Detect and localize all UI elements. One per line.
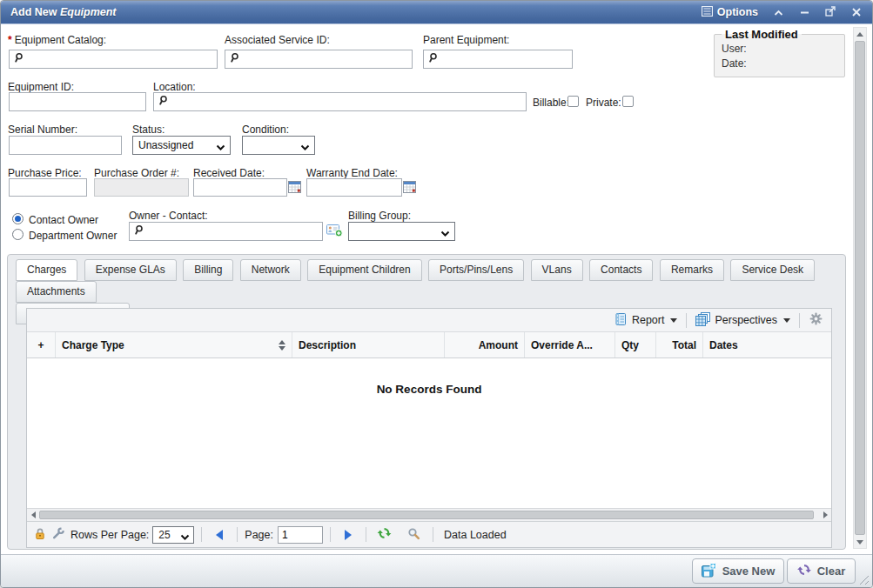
billable-checkbox[interactable] <box>567 96 579 107</box>
close-button[interactable] <box>850 6 863 18</box>
window-vertical-scrollbar[interactable] <box>853 27 867 549</box>
tab-ports-pins-lens[interactable]: Ports/Pins/Lens <box>428 259 524 281</box>
left-triangle-icon <box>31 511 36 518</box>
dialog-title: Add New Equipment <box>10 6 117 18</box>
equipment-catalog-input[interactable] <box>9 50 218 69</box>
customize-grid-button[interactable] <box>51 527 65 543</box>
condition-select[interactable] <box>242 136 315 155</box>
options-icon <box>702 6 713 19</box>
department-owner-radio[interactable] <box>12 229 24 240</box>
grid-body: No Records Found <box>27 358 831 508</box>
status-select[interactable]: Unassigned <box>132 136 231 155</box>
received-date-input[interactable] <box>193 178 287 197</box>
billing-group-select[interactable] <box>348 222 455 241</box>
popout-button[interactable] <box>824 6 836 18</box>
add-contact-button[interactable] <box>326 223 343 241</box>
private-checkbox[interactable] <box>622 96 634 107</box>
tab-strip-row1: Charges Expense GLAs Billing Network Equ… <box>8 255 845 303</box>
column-header-dates[interactable]: Dates <box>703 332 831 357</box>
tab-network[interactable]: Network <box>240 259 301 281</box>
titlebar: Add New Equipment Options <box>1 1 872 24</box>
customize-icon <box>51 527 65 543</box>
report-icon <box>614 312 628 329</box>
report-button[interactable]: Report <box>611 311 681 331</box>
save-new-label: Save New <box>722 565 776 578</box>
resize-grip[interactable] <box>857 573 869 585</box>
column-header-override-amount[interactable]: Override A... <box>525 332 615 357</box>
owner-contact-input[interactable] <box>129 222 323 241</box>
tab-vlans[interactable]: VLans <box>531 259 583 281</box>
sort-icon[interactable] <box>273 340 285 351</box>
last-modified-title: Last Modified <box>722 28 802 41</box>
serial-number-input[interactable] <box>9 136 122 155</box>
minimize-button[interactable] <box>798 6 810 18</box>
search-icon <box>13 51 24 67</box>
column-header-qty[interactable]: Qty <box>615 332 656 357</box>
parent-equipment-input[interactable] <box>423 50 573 69</box>
previous-page-button[interactable] <box>216 530 223 540</box>
tab-remarks[interactable]: Remarks <box>660 259 724 281</box>
chevron-down-icon <box>180 531 190 544</box>
options-button[interactable]: Options <box>702 6 758 19</box>
purchase-order-input <box>94 178 189 197</box>
pager-separator <box>433 527 433 542</box>
lock-columns-button[interactable] <box>34 527 46 543</box>
contact-owner-radio[interactable] <box>12 213 24 224</box>
column-header-amount[interactable]: Amount <box>445 332 525 357</box>
equipment-id-input[interactable] <box>9 92 146 111</box>
condition-label: Condition: <box>242 124 289 136</box>
pager-separator <box>201 527 202 542</box>
billing-group-label: Billing Group: <box>348 210 411 222</box>
up-triangle-icon <box>856 32 863 37</box>
required-marker: * <box>8 34 12 46</box>
page-number-input[interactable] <box>278 526 323 544</box>
clear-button[interactable]: Clear <box>787 558 856 584</box>
chevron-down-icon <box>216 142 225 154</box>
warranty-end-date-input[interactable] <box>306 178 402 197</box>
associated-service-input[interactable] <box>225 50 413 69</box>
collapse-button[interactable] <box>772 6 784 18</box>
perspectives-button[interactable]: Perspectives <box>693 311 793 331</box>
tab-equipment-children[interactable]: Equipment Children <box>307 259 421 281</box>
vscroll-thumb[interactable] <box>855 41 865 535</box>
tab-service-desk[interactable]: Service Desk <box>730 259 815 281</box>
toolbar-separator <box>686 313 687 328</box>
pager-separator <box>366 527 366 542</box>
hscroll-right-arrow[interactable] <box>819 509 831 521</box>
save-new-button[interactable]: Save New <box>692 558 784 584</box>
location-input[interactable] <box>153 92 527 111</box>
clear-label: Clear <box>817 565 846 578</box>
purchase-price-input[interactable] <box>9 178 87 197</box>
hscroll-thumb[interactable] <box>39 511 814 519</box>
grid-horizontal-scrollbar[interactable] <box>27 508 831 521</box>
next-page-button[interactable] <box>345 530 352 540</box>
column-header-add[interactable]: + <box>27 332 56 357</box>
pager-separator <box>330 527 331 542</box>
column-header-description[interactable]: Description <box>292 332 445 357</box>
refresh-grid-button[interactable] <box>377 526 392 543</box>
column-header-total[interactable]: Total <box>656 332 703 357</box>
tab-charges[interactable]: Charges <box>16 259 77 281</box>
status-value: Unassigned <box>138 139 193 151</box>
clear-icon <box>797 563 811 579</box>
column-header-charge-type[interactable]: Charge Type <box>56 332 292 357</box>
add-new-equipment-dialog: Add New Equipment Options * <box>0 0 873 588</box>
tab-attachments[interactable]: Attachments <box>16 281 97 303</box>
tab-contacts[interactable]: Contacts <box>589 259 653 281</box>
received-date-calendar-button[interactable] <box>288 180 303 196</box>
charges-grid: Report Perspectives + <box>26 308 832 548</box>
tab-billing[interactable]: Billing <box>183 259 233 281</box>
warranty-end-date-calendar-button[interactable] <box>403 180 418 196</box>
hscroll-left-arrow[interactable] <box>27 509 39 521</box>
tab-expense-glas[interactable]: Expense GLAs <box>84 259 177 281</box>
grid-status-text: Data Loaded <box>444 529 507 541</box>
vscroll-up-arrow[interactable] <box>854 28 866 40</box>
rows-per-page-label: Rows Per Page: <box>71 529 149 541</box>
search-icon <box>229 51 239 67</box>
down-triangle-icon <box>856 540 863 545</box>
perspectives-icon <box>695 312 710 329</box>
search-grid-button[interactable] <box>407 527 420 543</box>
grid-settings-button[interactable] <box>809 312 823 328</box>
rows-per-page-select[interactable]: 25 <box>152 526 194 544</box>
vscroll-down-arrow[interactable] <box>854 536 866 548</box>
